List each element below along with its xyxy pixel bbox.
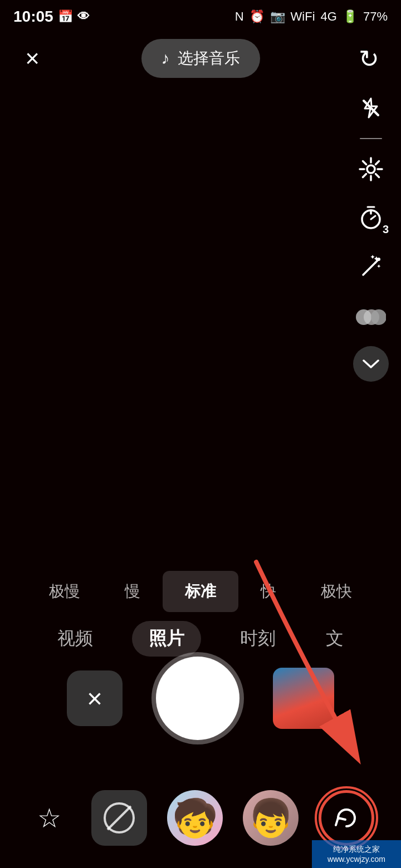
svg-line-8 — [376, 174, 379, 177]
flash-off-icon — [359, 96, 383, 120]
svg-text:✦: ✦ — [376, 263, 381, 269]
face-effect-2-image: 👦 — [248, 800, 294, 836]
color-adjust-button[interactable] — [352, 297, 390, 335]
mode-moment[interactable]: 时刻 — [229, 621, 287, 657]
cancel-icon: × — [87, 683, 102, 714]
face-effect-2-button[interactable]: 👦 — [243, 790, 299, 846]
star-icon: ☆ — [37, 802, 61, 834]
svg-point-23 — [371, 309, 386, 325]
settings-button[interactable] — [352, 150, 390, 188]
speed-very-slow[interactable]: 极慢 — [27, 571, 102, 612]
music-note-icon: ♪ — [162, 49, 170, 68]
cancel-button[interactable]: × — [67, 670, 123, 726]
ar-refresh-button[interactable] — [319, 790, 374, 846]
mode-video[interactable]: 视频 — [46, 621, 104, 657]
music-select-button[interactable]: ♪ 选择音乐 — [141, 39, 260, 78]
mode-text[interactable]: 文 — [315, 621, 355, 657]
mode-photo[interactable]: 照片 — [132, 621, 201, 657]
no-effect-icon — [102, 801, 136, 835]
battery-percent: 77% — [363, 9, 388, 24]
gallery-thumbnail[interactable] — [273, 668, 334, 729]
svg-line-25 — [107, 806, 131, 830]
speed-very-fast[interactable]: 极快 — [299, 571, 374, 612]
speed-normal[interactable]: 标准 — [163, 571, 238, 612]
right-toolbar: 3 ✦ ✦ ✦ — [352, 89, 390, 382]
close-icon: × — [25, 45, 40, 72]
speed-slow[interactable]: 慢 — [102, 571, 163, 612]
nfc-icon: N — [235, 9, 244, 24]
signal-icon: 4G — [321, 9, 337, 24]
speed-fast[interactable]: 快 — [238, 571, 299, 612]
svg-line-9 — [376, 161, 379, 165]
timer-button[interactable]: 3 — [352, 199, 390, 237]
magic-wand-icon: ✦ ✦ ✦ — [359, 255, 383, 279]
svg-line-7 — [363, 161, 366, 165]
color-circles-icon — [356, 305, 386, 327]
alarm-icon: ⏰ — [250, 9, 265, 24]
timer-icon — [359, 206, 383, 230]
svg-marker-1 — [365, 98, 377, 117]
shutter-area: × — [0, 657, 401, 740]
camera-icon: 📷 — [270, 9, 285, 24]
face-effect-1-image: 🧒 — [172, 800, 218, 836]
wifi-icon: WiFi — [291, 9, 315, 24]
status-time: 10:05 📅 👁 — [13, 8, 90, 26]
refresh-icon: ↻ — [359, 45, 379, 73]
favorites-button[interactable]: ☆ — [27, 796, 71, 840]
time-display: 10:05 — [13, 8, 53, 26]
svg-line-10 — [363, 174, 366, 177]
flash-off-button[interactable] — [352, 89, 390, 127]
status-bar: 10:05 📅 👁 N ⏰ 📷 WiFi 4G 🔋 77% — [0, 0, 401, 33]
svg-line-15 — [363, 263, 375, 275]
svg-text:✦: ✦ — [370, 255, 375, 261]
speed-selector: 极慢 慢 标准 快 极快 — [0, 571, 401, 612]
tool-divider — [360, 138, 382, 139]
no-effect-button[interactable] — [91, 790, 147, 846]
close-button[interactable]: × — [17, 43, 48, 74]
eye-icon: 👁 — [77, 9, 90, 24]
chevron-down-icon — [363, 358, 379, 369]
battery-icon: 🔋 — [343, 9, 358, 24]
top-bar: × ♪ 选择音乐 ↻ — [0, 33, 401, 83]
svg-line-13 — [371, 216, 375, 219]
status-right-icons: N ⏰ 📷 WiFi 4G 🔋 77% — [235, 9, 388, 24]
shutter-button[interactable] — [156, 657, 239, 740]
calendar-icon: 📅 — [58, 9, 73, 24]
bottom-bar: ☆ 🧒 👦 — [0, 790, 401, 846]
settings-icon — [359, 157, 383, 181]
face-effect-1-button[interactable]: 🧒 — [167, 790, 223, 846]
gallery-thumb-image — [273, 668, 334, 729]
music-label: 选择音乐 — [178, 48, 240, 69]
watermark-text: 纯净系统之家 www.ycwjzy.com — [312, 845, 401, 864]
flip-camera-button[interactable]: ↻ — [353, 43, 384, 74]
expand-tools-button[interactable] — [353, 346, 389, 382]
timer-badge: 3 — [383, 223, 389, 236]
svg-point-2 — [367, 165, 375, 173]
watermark: 纯净系统之家 www.ycwjzy.com — [312, 840, 401, 868]
magic-button[interactable]: ✦ ✦ ✦ — [352, 248, 390, 286]
ar-refresh-icon — [332, 804, 360, 832]
mode-selector: 视频 照片 时刻 文 — [0, 621, 401, 657]
